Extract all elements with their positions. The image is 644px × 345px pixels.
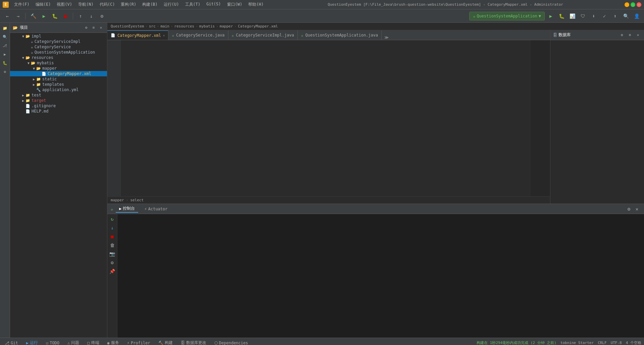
run-restart-btn[interactable]: ↻ [109,215,116,223]
tree-item-HELP.md[interactable]: 📄HELP.md [10,109,107,114]
minimize-button[interactable]: — [625,2,629,7]
menu-构建[interactable]: 构建(B) [140,1,160,8]
path-sep: › [126,198,128,202]
tree-item-mapper[interactable]: ▼📂mapper [10,66,107,71]
menu-代码[interactable]: 代码(C) [97,1,118,8]
menu-导航[interactable]: 导航(N) [75,1,96,8]
tree-item-resources[interactable]: ▼📂resources [10,55,107,60]
menu-文件[interactable]: 文件(F) [11,1,32,8]
editor-tab-CategoryService-java[interactable]: ☕CategoryService.java [168,30,228,40]
menu-运行[interactable]: 运行(U) [161,1,182,8]
breadcrumb-item-5[interactable]: mapper [220,24,233,28]
tree-item-QuestionSystemApplication[interactable]: ☕QuestionSystemApplication [10,50,107,55]
toolbar-coverage-btn[interactable]: 🛡 [578,11,588,21]
menu-编辑[interactable]: 编辑(E) [33,1,54,8]
toolbar-debug[interactable]: 🐛 [50,11,59,21]
menu-视图[interactable]: 视图(V) [54,1,75,8]
line-sep-label[interactable]: CRLF [598,341,607,345]
tree-item-target[interactable]: ▶📁target [10,98,107,103]
status-services[interactable]: ◉ 服务 [105,339,121,345]
toolbar-build[interactable]: 🔨 [29,11,38,21]
editor-tab-CategoryServiceImpl-java[interactable]: ☕CategoryServiceImpl.java [228,30,298,40]
status-problems[interactable]: ⚠ 问题 [65,339,81,345]
breadcrumb-item-3[interactable]: resources [174,24,195,28]
tabs-more-btn[interactable]: ≫ [383,35,390,40]
menu-重构[interactable]: 重构(R) [118,1,139,8]
tree-item-CategoryService[interactable]: ☕CategoryService [10,44,107,50]
run-config-selector[interactable]: ☕ QuestionSystemApplication ▼ [469,12,545,20]
run-tab-actuator[interactable]: ⚡ Actuator [141,206,171,212]
tree-item-CategoryMapper.xml[interactable]: 📄CategoryMapper.xml [10,71,107,76]
run-camera-btn[interactable]: 📷 [109,250,116,258]
breadcrumb-item-6[interactable]: CategoryMapper.xml [238,24,278,28]
tree-item-impl[interactable]: ▼📂impl [10,33,107,39]
activity-search[interactable]: 🔍 [1,33,9,41]
tree-item-templates[interactable]: ▶📁templates [10,82,107,87]
toolbar-back[interactable]: ← [3,11,12,21]
toolbar-user[interactable]: 👤 [632,11,641,21]
menu-帮助[interactable]: 帮助(H) [246,1,266,8]
activity-git[interactable]: ⎇ [1,42,9,50]
run-settings-btn[interactable]: ⚙ [625,205,633,213]
tree-item-CategoryServiceImpl[interactable]: ☕CategoryServiceImpl [10,39,107,44]
editor-tabs: 📄CategoryMapper.xml✕☕CategoryService.jav… [107,30,550,40]
activity-debug[interactable]: 🐛 [1,59,9,67]
db-settings-btn[interactable]: ⚙ [619,32,625,39]
tree-item-application.yml[interactable]: 🔧application.yml [10,87,107,92]
code-editor[interactable] [121,40,530,196]
toolbar-git-update[interactable]: ⬇ [589,11,598,21]
breadcrumb-item-1[interactable]: src [149,24,156,28]
tree-item-static[interactable]: ▶📁static [10,76,107,82]
run-scroll-btn[interactable]: ↓ [109,224,116,231]
activity-project[interactable]: 📁 [1,24,9,32]
maximize-button[interactable]: □ [631,2,635,7]
toolbar-debug-btn[interactable]: 🐛 [557,11,566,21]
status-terminal[interactable]: □ 终端 [85,339,101,345]
run-close-btn[interactable]: ✕ [633,205,641,213]
run-filter-btn[interactable]: ⚙ [109,259,116,266]
toolbar-forward[interactable]: → [13,11,23,21]
status-build[interactable]: 🔨 构建 [156,339,175,345]
status-dependencies[interactable]: ⬡ Dependencies [212,340,250,345]
toolbar-stop[interactable]: ■ [61,11,70,21]
toolbar-git-push[interactable]: ⬆ [610,11,620,21]
indent-label[interactable]: 4 个空格 [626,340,641,345]
toolbar-settings[interactable]: ⚙ [97,11,107,21]
encoding-label[interactable]: UTF-8 [611,341,622,345]
breadcrumb-item-0[interactable]: QuestionEyestem [111,24,144,28]
activity-run[interactable]: ▶ [1,50,9,58]
run-clear-btn[interactable]: 🗑 [109,242,116,249]
menu-窗口[interactable]: 窗口(W) [224,1,245,8]
tree-item-.gitignore[interactable]: 📄.gitignore [10,103,107,109]
db-close-btn[interactable]: ✕ [635,32,641,39]
run-stop-btn[interactable]: ■ [109,233,116,240]
toolbar-git-commit[interactable]: ✓ [600,11,609,21]
tree-item-mybatis[interactable]: ▼📂mybatis [10,60,107,66]
project-collapse-btn[interactable]: ≡ [90,24,97,31]
close-button[interactable]: ✕ [637,2,641,7]
toolbar-run-btn[interactable]: ▶ [546,11,555,21]
toolbar-search[interactable]: 🔍 [621,11,631,21]
activity-tools[interactable]: ⚙ [1,68,9,76]
toolbar-git2[interactable]: ↓ [87,11,96,21]
editor-tab-QuestionSystemApplication-java[interactable]: ☕QuestionSystemApplication.java [298,30,382,40]
toolbar-run[interactable]: ▶ [39,11,49,21]
editor-tab-CategoryMapper-xml[interactable]: 📄CategoryMapper.xml✕ [107,30,168,40]
status-db-changes[interactable]: 🗄 数据库更改 [179,339,208,345]
project-settings-btn[interactable]: ⚙ [83,24,90,31]
breadcrumb-item-2[interactable]: main [160,24,169,28]
status-git[interactable]: ⎇ Git [3,340,20,345]
run-pin-btn[interactable]: 📌 [109,268,116,275]
breadcrumb-item-4[interactable]: mybatis [199,24,215,28]
menu-Git[interactable]: Git(S) [204,1,223,8]
tree-item-test[interactable]: ▶📁test [10,92,107,98]
status-profiler[interactable]: ⚡ Profiler [125,340,152,345]
toolbar-profile-btn[interactable]: 📊 [568,11,577,21]
run-tab-console[interactable]: ▶ 控制台 [116,205,138,213]
db-collapse-btn[interactable]: ≡ [627,32,633,39]
status-run[interactable]: ▶ 运行 [24,339,40,345]
toolbar-git[interactable]: ↑ [76,11,85,21]
project-close-btn[interactable]: ✕ [98,24,104,31]
status-todo[interactable]: ☑ TODO [44,340,61,345]
menu-工具[interactable]: 工具(T) [182,1,203,8]
